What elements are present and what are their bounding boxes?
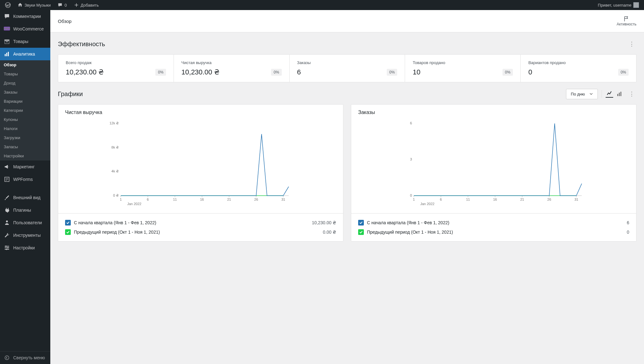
sidebar-item-products[interactable]: Товары [0,35,50,48]
svg-text:16: 16 [200,198,204,201]
woo-icon: woo [4,26,10,32]
sidebar-item-comments[interactable]: Комментарии [0,10,50,23]
form-icon [4,176,10,182]
sliders-icon [4,245,10,251]
submenu-stock[interactable]: Запасы [0,142,50,151]
sidebar-item-appearance[interactable]: Внешний вид [0,191,50,204]
svg-text:6: 6 [440,198,442,201]
submenu-variations[interactable]: Вариации [0,97,50,106]
svg-text:31: 31 [575,198,578,201]
svg-text:1: 1 [413,198,415,201]
page-header: Обзор Активность [50,10,644,32]
greeting-link[interactable]: Привет, username [595,0,641,10]
svg-text:0 ₴: 0 ₴ [113,193,119,197]
checkbox-icon [358,229,364,235]
sidebar-item-woocommerce[interactable]: woo WooCommerce [0,23,50,35]
svg-text:26: 26 [254,198,258,201]
svg-rect-6 [5,54,6,56]
sidebar-item-users[interactable]: Пользователи [0,216,50,229]
svg-point-19 [6,249,7,250]
submenu-downloads[interactable]: Загрузки [0,133,50,142]
svg-text:21: 21 [227,198,231,201]
user-icon [4,220,10,226]
submenu-categories[interactable]: Категории [0,106,50,115]
svg-text:6: 6 [147,198,149,201]
comment-icon [58,3,63,8]
svg-text:woo: woo [4,27,10,30]
bar-view-button[interactable] [616,90,623,98]
wrench-icon [4,232,10,238]
svg-text:0: 0 [410,193,412,197]
submenu-products[interactable]: Товары [0,69,50,79]
wp-logo[interactable] [3,0,13,10]
sidebar-item-tools[interactable]: Инструменты [0,229,50,242]
admin-toolbar: Звуки Музыки 0 Добавить Привет, username [0,0,644,10]
plus-icon [74,3,79,8]
admin-sidebar: Комментарии woo WooCommerce Товары Анали… [0,10,50,364]
charts-title: Графики [58,90,83,98]
svg-text:Jan 2022: Jan 2022 [127,202,141,206]
svg-text:26: 26 [547,198,551,201]
svg-point-20 [5,356,9,360]
performance-more-button[interactable]: ⋮ [627,39,636,49]
page-title: Обзор [58,19,71,24]
chart-bar-icon [4,51,10,57]
submenu-settings[interactable]: Настройки [0,151,50,160]
sidebar-item-settings[interactable]: Настройки [0,242,50,254]
submenu-taxes[interactable]: Налоги [0,124,50,133]
site-name-link[interactable]: Звуки Музыки [15,0,53,10]
svg-rect-8 [8,52,9,56]
svg-text:Jan 2022: Jan 2022 [420,202,434,206]
svg-text:8k ₴: 8k ₴ [111,145,119,149]
line-view-button[interactable] [606,90,613,98]
checkbox-icon [358,220,364,225]
svg-rect-3 [4,40,9,41]
line-chart-icon [606,90,613,97]
legend-previous[interactable]: Предыдущий период (Окт 1 - Ноя 1, 2021) … [65,227,336,237]
svg-text:4k ₴: 4k ₴ [111,169,119,173]
kpi-variants-sold[interactable]: Вариантов продано 00% [521,55,636,82]
legend-previous[interactable]: Предыдущий период (Окт 1 - Ноя 1, 2021) … [358,227,629,237]
comment-icon [4,13,10,19]
performance-title: Эффективность [58,41,105,48]
svg-rect-5 [6,41,8,42]
chevron-down-icon [589,92,593,96]
svg-text:3: 3 [410,157,412,161]
submenu-orders[interactable]: Заказы [0,88,50,97]
legend-current[interactable]: С начала квартала (Янв 1 - Фев 1, 2022) … [65,218,336,227]
sidebar-item-marketing[interactable]: Маркетинг [0,160,50,173]
sidebar-item-wpforms[interactable]: WPForms [0,173,50,186]
submenu-overview[interactable]: Обзор [0,60,50,69]
comments-link[interactable]: 0 [55,0,69,10]
submenu-revenue[interactable]: Доход [0,79,50,88]
svg-text:11: 11 [466,198,470,201]
add-new-link[interactable]: Добавить [71,0,101,10]
svg-text:16: 16 [493,198,497,201]
megaphone-icon [4,164,10,170]
orders-chart-svg: 036161116212631Jan 2022 [356,120,631,208]
kpi-orders[interactable]: Заказы 60% [290,55,405,82]
activity-button[interactable]: Активность [617,16,636,26]
sidebar-item-analytics[interactable]: Аналитика [0,48,50,60]
kpi-row: Всего продаж 10,230.00 ₴0% Чистая выручк… [58,54,636,82]
collapse-menu[interactable]: Свернуть меню [0,351,50,364]
home-icon [18,3,23,8]
svg-point-17 [5,246,7,247]
kpi-total-sales[interactable]: Всего продаж 10,230.00 ₴0% [58,55,174,82]
interval-dropdown[interactable]: По дню [566,89,598,99]
svg-text:12k ₴: 12k ₴ [109,121,119,125]
checkbox-icon [65,220,71,225]
svg-text:1: 1 [120,198,122,201]
svg-text:21: 21 [520,198,524,201]
charts-more-button[interactable]: ⋮ [627,89,636,99]
submenu-coupons[interactable]: Купоны [0,115,50,124]
legend-current[interactable]: С начала квартала (Янв 1 - Фев 1, 2022) … [358,218,629,227]
svg-point-18 [7,247,8,248]
svg-text:31: 31 [281,198,285,201]
kpi-items-sold[interactable]: Товаров продано 100% [405,55,521,82]
kpi-net-revenue[interactable]: Чистая выручка 10,230.00 ₴0% [174,55,290,82]
plug-icon [4,207,10,213]
analytics-submenu: Обзор Товары Доход Заказы Вариации Катег… [0,60,50,160]
sidebar-item-plugins[interactable]: Плагины [0,204,50,216]
collapse-icon [4,355,10,361]
